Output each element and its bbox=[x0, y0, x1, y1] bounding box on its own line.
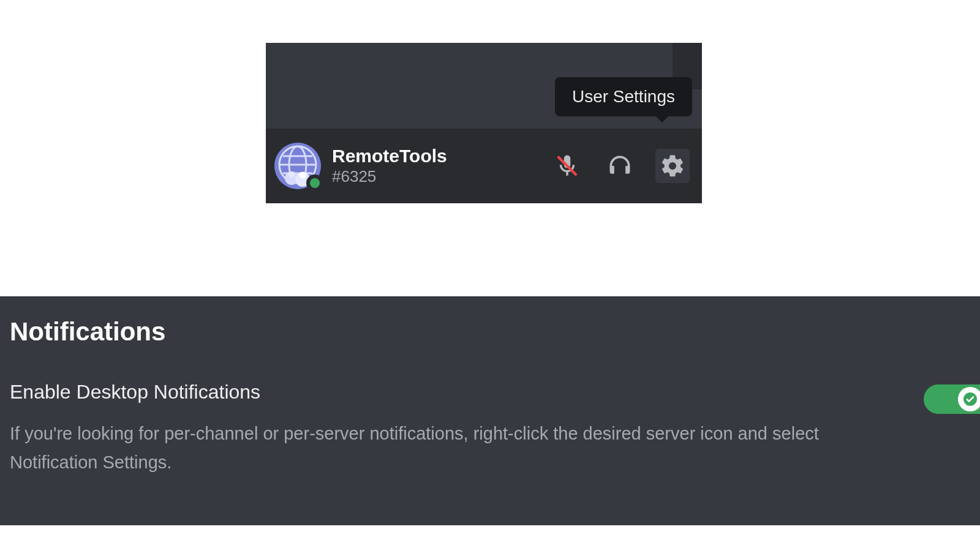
user-info[interactable]: RemoteTools #6325 bbox=[332, 146, 447, 186]
notifications-settings-panel: Notifications Enable Desktop Notificatio… bbox=[0, 296, 980, 525]
user-panel-bar: RemoteTools #6325 bbox=[266, 129, 702, 203]
toggle-knob bbox=[958, 387, 980, 411]
svg-point-9 bbox=[300, 172, 306, 179]
username-label: RemoteTools bbox=[332, 146, 447, 167]
setting-description: If you're looking for per-channel or per… bbox=[10, 419, 892, 477]
desktop-notifications-toggle[interactable] bbox=[924, 384, 980, 414]
mute-mic-button[interactable] bbox=[550, 149, 584, 183]
user-discriminator: #6325 bbox=[332, 167, 447, 186]
panel-controls bbox=[550, 149, 690, 183]
svg-point-8 bbox=[288, 171, 295, 178]
gear-icon bbox=[660, 153, 685, 179]
mic-muted-icon bbox=[554, 153, 580, 179]
setting-desktop-notifications: Enable Desktop Notifications If you're l… bbox=[10, 381, 970, 477]
tooltip-text: User Settings bbox=[572, 87, 675, 106]
headphones-icon bbox=[606, 152, 633, 179]
user-panel: User Settings RemoteTo bbox=[266, 43, 702, 203]
user-settings-tooltip: User Settings bbox=[555, 77, 692, 116]
deafen-button[interactable] bbox=[603, 149, 637, 183]
section-title: Notifications bbox=[10, 317, 970, 347]
check-icon bbox=[963, 392, 978, 407]
setting-text-block: Enable Desktop Notifications If you're l… bbox=[10, 381, 892, 477]
setting-label: Enable Desktop Notifications bbox=[10, 381, 892, 403]
avatar[interactable] bbox=[274, 143, 321, 189]
user-settings-button[interactable] bbox=[655, 149, 690, 183]
status-online-icon bbox=[306, 174, 323, 192]
